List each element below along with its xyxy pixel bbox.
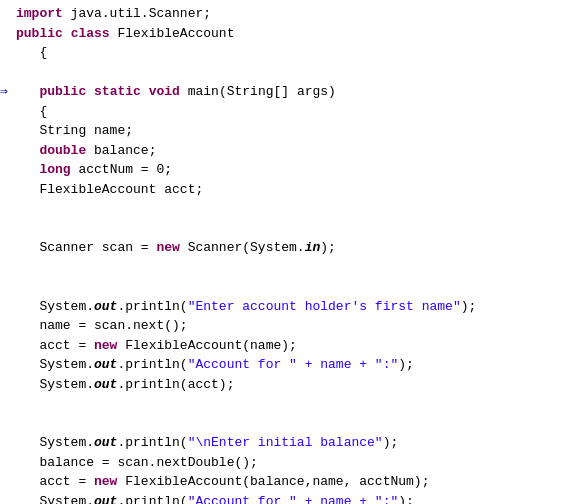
code-line: acct = new FlexibleAccount(balance,name,…	[0, 472, 575, 492]
code-line	[0, 258, 575, 278]
code-line: System.out.println("Enter account holder…	[0, 297, 575, 317]
line-text	[14, 199, 575, 219]
code-line: System.out.println("Account for " + name…	[0, 355, 575, 375]
line-text: System.out.println("Account for " + name…	[14, 355, 575, 375]
line-text: acct = new FlexibleAccount(name);	[14, 336, 575, 356]
line-text: name = scan.next();	[14, 316, 575, 336]
code-line	[0, 414, 575, 434]
line-text: System.out.println("Enter account holder…	[14, 297, 575, 317]
line-text: acct = new FlexibleAccount(balance,name,…	[14, 472, 575, 492]
code-line	[0, 219, 575, 239]
code-line: FlexibleAccount acct;	[0, 180, 575, 200]
code-line	[0, 199, 575, 219]
code-line: {	[0, 102, 575, 122]
code-line: ⇒ public static void main(String[] args)	[0, 82, 575, 102]
code-line: {	[0, 43, 575, 63]
line-text: FlexibleAccount acct;	[14, 180, 575, 200]
line-text: long acctNum = 0;	[14, 160, 575, 180]
line-text	[14, 63, 575, 83]
line-text	[14, 219, 575, 239]
code-line: System.out.println(acct);	[0, 375, 575, 395]
line-text: System.out.println("Account for " + name…	[14, 492, 575, 505]
line-text	[14, 414, 575, 434]
line-text: import java.util.Scanner;	[14, 4, 575, 24]
line-text	[14, 394, 575, 414]
code-line: System.out.println("\nEnter initial bala…	[0, 433, 575, 453]
line-text: {	[14, 102, 575, 122]
code-line	[0, 63, 575, 83]
line-text: String name;	[14, 121, 575, 141]
line-text: public static void main(String[] args)	[14, 82, 575, 102]
line-text: public class FlexibleAccount	[14, 24, 575, 44]
code-line: Scanner scan = new Scanner(System.in);	[0, 238, 575, 258]
code-line: long acctNum = 0;	[0, 160, 575, 180]
code-editor: import java.util.Scanner;public class Fl…	[0, 0, 575, 504]
line-text: System.out.println(acct);	[14, 375, 575, 395]
line-text	[14, 258, 575, 278]
code-line	[0, 277, 575, 297]
line-text: double balance;	[14, 141, 575, 161]
code-line: public class FlexibleAccount	[0, 24, 575, 44]
line-text	[14, 277, 575, 297]
line-text: balance = scan.nextDouble();	[14, 453, 575, 473]
code-line: double balance;	[0, 141, 575, 161]
code-line: balance = scan.nextDouble();	[0, 453, 575, 473]
code-line: import java.util.Scanner;	[0, 4, 575, 24]
code-line	[0, 394, 575, 414]
line-arrow: ⇒	[0, 82, 14, 102]
line-text: System.out.println("\nEnter initial bala…	[14, 433, 575, 453]
code-line: System.out.println("Account for " + name…	[0, 492, 575, 505]
line-text: {	[14, 43, 575, 63]
code-line: acct = new FlexibleAccount(name);	[0, 336, 575, 356]
line-text: Scanner scan = new Scanner(System.in);	[14, 238, 575, 258]
code-line: name = scan.next();	[0, 316, 575, 336]
code-line: String name;	[0, 121, 575, 141]
